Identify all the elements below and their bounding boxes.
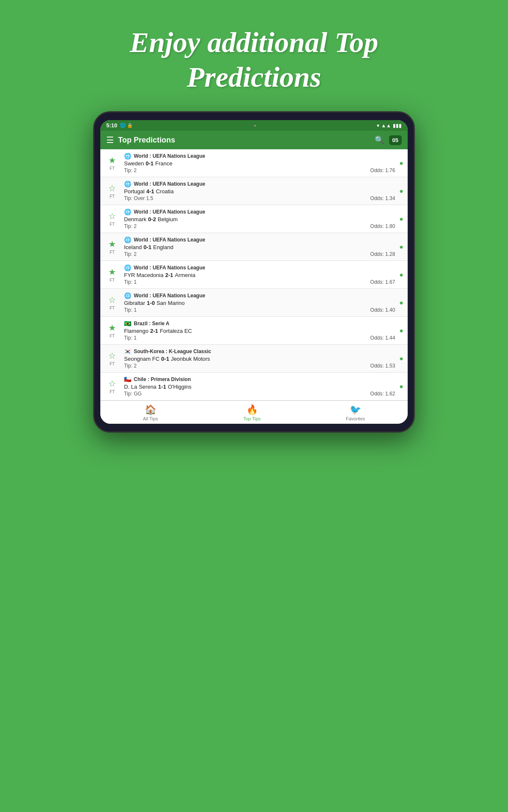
match-item[interactable]: ★ FT 🇧🇷 Brazil : Serie A Flamengo 2-1 Fo… <box>100 317 408 345</box>
team2-name: Armenia <box>175 272 195 278</box>
nav-item-all-tips[interactable]: 🏠 All Tips <box>143 404 158 421</box>
favorite-star[interactable]: ★ <box>108 239 116 249</box>
match-score: 0-2 <box>148 216 156 222</box>
result-indicator: ● <box>399 243 403 251</box>
camera-area: ● <box>254 123 256 128</box>
match-status: FT <box>110 362 115 366</box>
match-left-col: ★ FT <box>105 155 120 171</box>
match-tip: Tip: 2 <box>124 251 137 257</box>
status-bar: 5:10 🌐 🔒 ● ▾ ▲▲ ▮▮▮ <box>100 120 408 131</box>
league-row: 🌐 World : UEFA Nations League <box>124 236 395 243</box>
league-flag: 🌐 <box>124 236 131 243</box>
match-status: FT <box>110 250 115 255</box>
favorite-star[interactable]: ☆ <box>108 379 116 389</box>
match-item[interactable]: ★ FT 🌐 World : UEFA Nations League FYR M… <box>100 261 408 289</box>
team1-name: Gibraltar <box>124 300 145 306</box>
score-row: D. La Serena 1-1 O'Higgins <box>124 384 395 390</box>
match-status: FT <box>110 278 115 283</box>
favorite-star[interactable]: ☆ <box>108 183 116 193</box>
team2-name: San Marino <box>157 300 185 306</box>
league-name: World : UEFA Nations League <box>134 293 205 299</box>
match-score: 0-1 <box>144 244 152 250</box>
league-name: World : UEFA Nations League <box>134 153 205 159</box>
team1-name: Sweden <box>124 160 144 167</box>
team1-name: Portugal <box>124 188 144 195</box>
toolbar-right: 🔍 05 <box>375 135 402 145</box>
tablet-device: 5:10 🌐 🔒 ● ▾ ▲▲ ▮▮▮ ☰ Top Predictions 🔍 … <box>93 111 415 433</box>
promo-title: Enjoy additional Top Predictions <box>130 25 378 94</box>
match-odds: Odds: 1.80 <box>370 223 395 229</box>
result-indicator: ● <box>399 327 403 335</box>
match-tip: Tip: GG <box>124 391 142 397</box>
result-indicator: ● <box>399 215 403 223</box>
favorite-star[interactable]: ☆ <box>108 351 116 361</box>
match-odds: Odds: 1.67 <box>370 279 395 285</box>
match-left-col: ☆ FT <box>105 351 120 366</box>
league-flag: 🇧🇷 <box>124 320 131 327</box>
nav-item-favorites[interactable]: 🐦 Favorites <box>346 404 365 421</box>
league-flag: 🌐 <box>124 292 131 299</box>
match-status: FT <box>110 306 115 310</box>
team1-name: D. La Serena <box>124 384 157 390</box>
match-status: FT <box>110 334 115 338</box>
match-details: 🇰🇷 South-Korea : K-League Classic Seongn… <box>124 348 395 369</box>
league-flag: 🇨🇱 <box>124 376 131 383</box>
team2-name: Belgium <box>158 216 178 222</box>
match-details: 🌐 World : UEFA Nations League Iceland 0-… <box>124 236 395 257</box>
league-flag: 🌐 <box>124 264 131 271</box>
search-icon[interactable]: 🔍 <box>375 135 384 145</box>
favorite-star[interactable]: ☆ <box>108 295 116 305</box>
favorite-star[interactable]: ★ <box>108 155 116 165</box>
league-name: South-Korea : K-League Classic <box>134 348 211 354</box>
match-left-col: ★ FT <box>105 323 120 338</box>
result-indicator: ● <box>399 187 403 195</box>
tablet-screen: 5:10 🌐 🔒 ● ▾ ▲▲ ▮▮▮ ☰ Top Predictions 🔍 … <box>100 120 408 424</box>
favorite-star[interactable]: ★ <box>108 267 116 277</box>
nav-item-top-tips[interactable]: 🔥 Top Tips <box>243 404 261 421</box>
match-item[interactable]: ☆ FT 🌐 World : UEFA Nations League Denma… <box>100 205 408 233</box>
match-tip: Tip: 1 <box>124 335 137 341</box>
tip-odds-row: Tip: 1 Odds: 1.67 <box>124 279 395 285</box>
match-details: 🇧🇷 Brazil : Serie A Flamengo 2-1 Fortale… <box>124 320 395 341</box>
match-odds: Odds: 1.40 <box>370 307 395 313</box>
calendar-button[interactable]: 05 <box>389 135 402 145</box>
match-item[interactable]: ☆ FT 🌐 World : UEFA Nations League Portu… <box>100 177 408 205</box>
match-left-col: ☆ FT <box>105 183 120 199</box>
favorite-star[interactable]: ☆ <box>108 211 116 221</box>
match-item[interactable]: ★ FT 🌐 World : UEFA Nations League Icela… <box>100 233 408 261</box>
favorite-star[interactable]: ★ <box>108 323 116 333</box>
match-details: 🇨🇱 Chile : Primera Division D. La Serena… <box>124 376 395 397</box>
match-item[interactable]: ★ FT 🌐 World : UEFA Nations League Swede… <box>100 149 408 177</box>
match-tip: Tip: 2 <box>124 363 137 369</box>
status-icons: ▾ ▲▲ ▮▮▮ <box>377 123 402 129</box>
league-row: 🇰🇷 South-Korea : K-League Classic <box>124 348 395 355</box>
tip-odds-row: Tip: 1 Odds: 1.44 <box>124 335 395 341</box>
match-left-col: ☆ FT <box>105 211 120 227</box>
match-score: 4-1 <box>146 188 154 195</box>
match-status: FT <box>110 194 115 199</box>
match-item[interactable]: ☆ FT 🌐 World : UEFA Nations League Gibra… <box>100 289 408 317</box>
tip-odds-row: Tip: Over 1.5 Odds: 1.34 <box>124 195 395 201</box>
match-score: 0-1 <box>146 160 154 167</box>
match-item[interactable]: ☆ FT 🇨🇱 Chile : Primera Division D. La S… <box>100 373 408 401</box>
status-time: 5:10 🌐 🔒 <box>106 122 133 129</box>
tip-odds-row: Tip: 2 Odds: 1.28 <box>124 251 395 257</box>
tip-odds-row: Tip: GG Odds: 1.62 <box>124 391 395 397</box>
team1-name: Denmark <box>124 216 146 222</box>
score-row: Denmark 0-2 Belgium <box>124 216 395 222</box>
match-score: 2-1 <box>165 272 173 278</box>
menu-icon[interactable]: ☰ <box>106 135 114 145</box>
nav-icon: 🏠 <box>145 404 156 415</box>
match-tip: Tip: 2 <box>124 167 137 173</box>
team2-name: Fortaleza EC <box>160 328 192 334</box>
match-tip: Tip: Over 1.5 <box>124 195 153 201</box>
league-row: 🇧🇷 Brazil : Serie A <box>124 320 395 327</box>
tip-odds-row: Tip: 2 Odds: 1.76 <box>124 167 395 173</box>
match-score: 0-1 <box>161 356 169 362</box>
match-tip: Tip: 1 <box>124 307 137 313</box>
match-left-col: ☆ FT <box>105 379 120 394</box>
match-left-col: ★ FT <box>105 239 120 255</box>
match-item[interactable]: ☆ FT 🇰🇷 South-Korea : K-League Classic S… <box>100 345 408 373</box>
league-flag: 🌐 <box>124 208 131 215</box>
team2-name: England <box>153 244 174 250</box>
